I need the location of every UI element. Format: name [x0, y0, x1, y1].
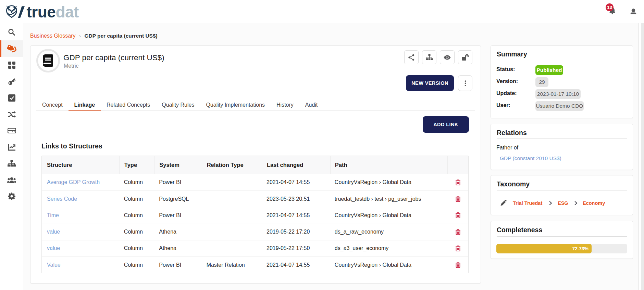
svg-text:truedat: truedat	[27, 5, 79, 19]
